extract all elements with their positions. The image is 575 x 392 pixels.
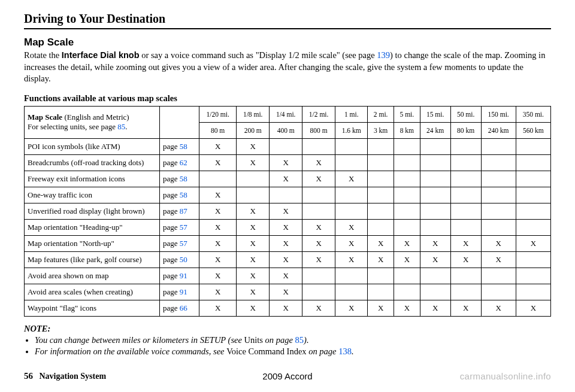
scale-metric-6: 8 km [394,122,420,138]
scale-table: Map Scale (English and Metric) For selec… [24,106,551,317]
row-page-link[interactable]: 57 [180,223,187,232]
row-page-prefix: page [163,223,180,232]
scale-metric-7: 24 km [420,122,450,138]
intro-pre: Rotate the [24,50,62,60]
row-mark [516,171,550,187]
row-page-prefix: page [163,190,180,199]
row-mark [394,154,420,171]
row-page-link[interactable]: 57 [180,239,187,248]
row-mark: X [237,219,270,235]
row-mark: X [302,251,335,268]
row-mark: X [420,235,450,251]
row-label: Freeway exit information icons [25,171,160,187]
row-mark [481,219,516,235]
row-mark [270,138,302,154]
row-mark [394,219,420,235]
row-mark: X [199,284,237,300]
row-mark: X [335,251,368,268]
head-label-line2-link[interactable]: 85 [117,122,125,131]
row-mark [394,268,420,284]
row-page-link[interactable]: 91 [180,287,187,296]
row-page-link[interactable]: 87 [180,206,187,215]
row-mark [335,284,368,300]
row-mark: X [270,235,302,251]
row-page-prefix: page [163,206,180,215]
row-page-cell: page 87 [160,203,199,219]
row-label: Waypoint "flag" icons [25,300,160,316]
row-mark: X [481,300,516,316]
row-mark [368,203,394,219]
note-item-1: For information on the available voice c… [35,347,551,357]
row-mark [302,284,335,300]
row-mark [450,138,481,154]
table-row: Avoid area scales (when creating)page 91… [25,284,551,300]
note-label: NOTE: [24,324,551,334]
row-page-cell: page 91 [160,284,199,300]
row-mark: X [270,300,302,316]
row-page-link[interactable]: 58 [180,174,187,183]
table-row: Map features (like park, golf course)pag… [25,251,551,268]
row-mark: X [237,284,270,300]
scale-imperial-9: 150 mi. [481,106,516,122]
scale-imperial-3: 1/2 mi. [302,106,335,122]
row-page-prefix: page [163,303,180,312]
row-mark [368,219,394,235]
row-mark: X [481,251,516,268]
row-mark [516,203,550,219]
table-row: Map orientation "North-up"page 57XXXXXXX… [25,235,551,251]
scale-imperial-7: 15 mi. [420,106,450,122]
row-mark [481,187,516,203]
scale-metric-10: 560 km [516,122,550,138]
row-mark [335,138,368,154]
note-item-0: You can change between miles or kilomete… [35,335,551,345]
table-row: Waypoint "flag" iconspage 66XXXXXXXXXXX [25,300,551,316]
head-label-line2-post: . [125,122,127,131]
row-mark: X [302,171,335,187]
row-mark: X [270,219,302,235]
row-mark: X [237,251,270,268]
note1-link[interactable]: 138 [338,347,352,356]
head-label-cell: Map Scale (English and Metric) For selec… [25,106,160,138]
row-mark [368,154,394,171]
table-row: One-way traffic iconpage 58X [25,187,551,203]
row-mark: X [270,284,302,300]
row-mark [302,187,335,203]
row-mark: X [368,300,394,316]
row-mark: X [450,235,481,251]
row-page-prefix: page [163,255,180,264]
row-mark: X [237,300,270,316]
row-mark: X [394,235,420,251]
row-page-link[interactable]: 91 [180,271,187,280]
row-page-prefix: page [163,142,180,151]
note0-post: ). [304,335,308,345]
row-page-link[interactable]: 58 [180,190,187,199]
row-mark [368,171,394,187]
table-row: Avoid area shown on mappage 91XXX [25,268,551,284]
row-mark: X [270,154,302,171]
row-label: Map features (like park, golf course) [25,251,160,268]
row-mark [516,219,550,235]
scale-imperial-0: 1/20 mi. [199,106,237,122]
row-mark [394,203,420,219]
intro-link[interactable]: 139 [377,50,390,60]
row-mark [394,171,420,187]
note1-roman: Voice Command Index [226,347,306,356]
table-row: POI icon symbols (like ATM)page 58XX [25,138,551,154]
table-row: Breadcrumbs (off-road tracking dots)page… [25,154,551,171]
row-mark [481,203,516,219]
table-row: Freeway exit information iconspage 58XXX [25,171,551,187]
row-mark: X [335,235,368,251]
row-page-link[interactable]: 50 [180,255,187,264]
note0-link[interactable]: 85 [295,335,304,345]
row-page-prefix: page [163,287,180,296]
row-mark [199,171,237,187]
row-page-link[interactable]: 66 [180,303,187,312]
row-mark: X [335,171,368,187]
row-page-link[interactable]: 58 [180,142,187,151]
head-label-line1-suffix: (English and Metric) [62,113,129,121]
table-header-row-1: Map Scale (English and Metric) For selec… [25,106,551,122]
page-footer: 56 Navigation System 2009 Accord carmanu… [24,371,551,381]
row-mark [481,268,516,284]
row-page-link[interactable]: 62 [180,158,187,167]
row-mark: X [516,235,550,251]
